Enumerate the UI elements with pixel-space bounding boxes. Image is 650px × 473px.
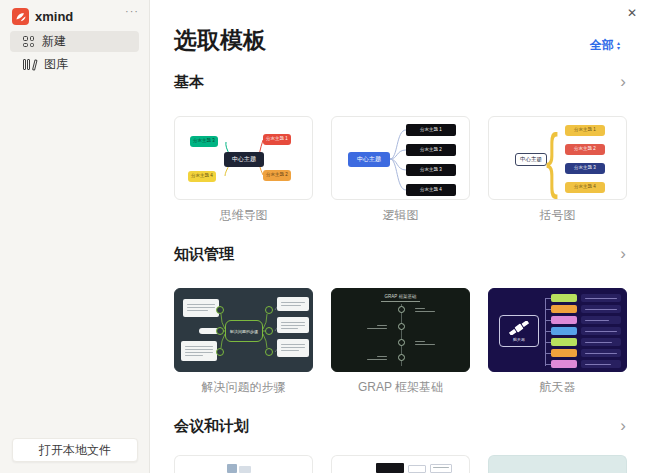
template-name: 逻辑图: [331, 207, 470, 224]
template-card-partial-3[interactable]: [488, 455, 627, 473]
sidebar-item-library[interactable]: 图库: [10, 54, 139, 75]
branch-topic: 分支主题 4: [188, 171, 216, 182]
timeline-node: [398, 354, 405, 361]
topic-note: [581, 360, 621, 368]
library-icon: [23, 59, 36, 70]
thumb-shape: [408, 465, 426, 473]
partial-thumbnail: [488, 455, 627, 473]
timeline-note: [366, 354, 388, 362]
open-local-file-button[interactable]: 打开本地文件: [12, 438, 138, 462]
branch-topic: 分支主题 4: [406, 184, 456, 196]
chevron-right-icon[interactable]: ›: [620, 247, 626, 261]
logic-chart-thumbnail: 中心主题 分支主题 1 分支主题 2 分支主题 3 分支主题 4: [331, 116, 470, 200]
branch-topic: 分支主题 3: [190, 136, 218, 147]
topic-pill: [551, 349, 577, 357]
template-name: 航天器: [488, 379, 627, 396]
problem-steps-thumbnail: 解决问题的步骤: [174, 288, 313, 372]
knowledge-template-row: 解决问题的步骤 解决问题的步骤 GRAP 框架基础: [174, 288, 627, 396]
note-box: [277, 297, 309, 311]
timeline-note: [414, 339, 436, 347]
meetings-template-row: [174, 455, 627, 473]
topic-note: [581, 327, 621, 335]
central-topic: 中心主题: [348, 152, 390, 167]
close-icon[interactable]: ✕: [627, 6, 637, 20]
topic-pill: [551, 338, 577, 346]
branch-topic: 分支主题 1: [263, 134, 291, 145]
topic-pill: [551, 327, 577, 335]
timeline-note: [366, 323, 388, 331]
filter-dropdown[interactable]: 全部 ▴▾: [590, 37, 620, 54]
satellite-icon: [508, 321, 530, 335]
filter-label: 全部: [590, 37, 614, 54]
chevron-right-icon[interactable]: ›: [620, 75, 626, 89]
spacecraft-label: 航天器: [513, 337, 525, 342]
thumb-shape: [430, 464, 452, 473]
sort-carets-icon: ▴▾: [617, 41, 620, 51]
section-title: 知识管理: [174, 245, 234, 264]
xmind-logo-glyph: [15, 11, 27, 23]
topic-note: [581, 305, 621, 313]
template-card-logic-chart[interactable]: 中心主题 分支主题 1 分支主题 2 分支主题 3 分支主题 4 逻辑图: [331, 116, 470, 224]
central-topic: 中心主题: [224, 152, 264, 167]
sidebar: xmind ··· 新建 图库 打开本地文件: [0, 0, 150, 473]
timeline-note: [414, 306, 436, 314]
template-card-mindmap[interactable]: 中心主题 分支主题 3 分支主题 1 分支主题 4 分支主题 2 思维导图: [174, 116, 313, 224]
step-node: [216, 306, 224, 314]
spacecraft-topic: 航天器: [499, 315, 539, 347]
note-box: [277, 317, 309, 333]
template-card-bracket[interactable]: 中心主题 { 分支主题 1 分支主题 2 分支主题 3 分支主题 4 括号图: [488, 116, 627, 224]
section-header-knowledge: 知识管理 ›: [174, 244, 626, 264]
central-topic: 解决问题的步骤: [225, 320, 263, 342]
thumb-shape: [227, 464, 237, 473]
branch-topic: 分支主题 2: [565, 144, 605, 155]
more-menu-icon[interactable]: ···: [125, 5, 139, 17]
bracket-thumbnail: 中心主题 { 分支主题 1 分支主题 2 分支主题 3 分支主题 4: [488, 116, 627, 200]
sidebar-nav: 新建 图库: [10, 31, 139, 77]
note-box: [181, 341, 217, 361]
branch-topic: 分支主题 1: [406, 124, 456, 136]
step-node: [265, 327, 273, 335]
partial-thumbnail: [174, 455, 313, 473]
thumb-shape: [239, 466, 251, 473]
mindmap-thumbnail: 中心主题 分支主题 3 分支主题 1 分支主题 4 分支主题 2: [174, 116, 313, 200]
section-header-meetings: 会议和计划 ›: [174, 416, 626, 436]
sidebar-item-label: 图库: [44, 56, 68, 73]
branch-topic: 分支主题 3: [565, 163, 605, 174]
template-card-partial-1[interactable]: [174, 455, 313, 473]
app-logo: xmind: [12, 8, 73, 25]
timeline-node: [398, 306, 405, 313]
step-node: [216, 348, 224, 356]
basic-template-row: 中心主题 分支主题 3 分支主题 1 分支主题 4 分支主题 2 思维导图 中心…: [174, 116, 627, 224]
topic-note: [581, 338, 621, 346]
topic-note: [581, 316, 621, 324]
topic-note: [581, 349, 621, 357]
sidebar-item-new[interactable]: 新建: [10, 31, 139, 52]
topic-pill: [551, 294, 577, 302]
branch-topic: 分支主题 3: [406, 164, 456, 176]
page-title: 选取模板: [174, 25, 266, 56]
step-node: [265, 348, 273, 356]
spacecraft-thumbnail: 航天器: [488, 288, 627, 372]
brace-glyph: {: [547, 119, 558, 199]
note-box: [183, 299, 219, 317]
sidebar-item-label: 新建: [42, 33, 66, 50]
grap-thumbnail: GRAP 框架基础: [331, 288, 470, 372]
template-name: 括号图: [488, 207, 627, 224]
template-card-grap[interactable]: GRAP 框架基础 GRAP 框架: [331, 288, 470, 396]
partial-thumbnail: [331, 455, 470, 473]
xmind-logo-icon: [12, 8, 29, 25]
branch-topic: 分支主题 1: [565, 125, 605, 136]
template-card-spacecraft[interactable]: 航天器: [488, 288, 627, 396]
template-card-problem-steps[interactable]: 解决问题的步骤 解决问题的步骤: [174, 288, 313, 396]
template-name: 思维导图: [174, 207, 313, 224]
template-card-partial-2[interactable]: [331, 455, 470, 473]
topic-pill: [551, 305, 577, 313]
topic-pill: [551, 360, 577, 368]
chevron-right-icon[interactable]: ›: [620, 419, 626, 433]
central-topic: 中心主题: [515, 153, 547, 166]
note-box: [277, 339, 309, 357]
branch-topic: 分支主题 2: [263, 170, 291, 181]
branch-topic: 分支主题 2: [406, 144, 456, 156]
section-title: 会议和计划: [174, 417, 249, 436]
template-picker-panel: ✕ 选取模板 全部 ▴▾ 基本 › 中心主题 分支主题 3 分支主题 1 分支: [150, 0, 650, 473]
